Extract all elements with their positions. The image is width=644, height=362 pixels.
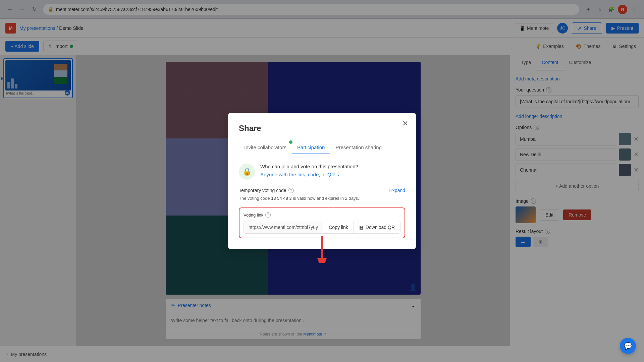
red-arrow — [312, 236, 332, 263]
lock-question: Who can join and vote on this presentati… — [260, 164, 358, 169]
modal-tab-participation[interactable]: Participation — [292, 141, 330, 154]
voting-code-row: Temporary voting code ? Expand — [239, 188, 405, 193]
app-container: M My presentations / Demo Slide 📱 Mentim… — [0, 19, 644, 362]
chat-button[interactable]: 💬 — [620, 338, 636, 354]
voting-code-info-icon: ? — [288, 188, 294, 193]
share-modal: ✕ Share Invite collaborators Participati… — [228, 113, 416, 249]
chevron-down-icon: ⌄ — [336, 171, 341, 177]
green-dot-badge — [289, 140, 292, 144]
lock-link[interactable]: Anyone with the link, code, or QR ⌄ — [260, 171, 358, 177]
voting-link-url-input[interactable] — [244, 221, 323, 233]
modal-title: Share — [239, 124, 405, 133]
qr-icon: ▦ — [359, 225, 364, 230]
voting-code-label: Temporary voting code ? — [239, 188, 294, 193]
modal-tab-invite[interactable]: Invite collaborators — [239, 141, 292, 154]
modal-overlay[interactable]: ✕ Share Invite collaborators Participati… — [0, 0, 644, 362]
lock-text: Who can join and vote on this presentati… — [260, 164, 358, 177]
download-qr-button[interactable]: ▦ Download QR — [354, 221, 400, 233]
voting-code-desc: The voting code 13 54 48 3 is valid now … — [239, 196, 405, 201]
voting-code-value: 13 54 48 3 — [271, 196, 291, 201]
lock-symbol: 🔒 — [243, 167, 252, 176]
expand-button[interactable]: Expand — [389, 188, 405, 193]
copy-link-button[interactable]: Copy link — [323, 221, 354, 233]
voting-link-label: Voting link ? — [244, 212, 400, 218]
modal-tab-presentation-sharing[interactable]: Presentation sharing — [330, 141, 387, 154]
lock-icon-circle: 🔒 — [239, 164, 255, 180]
chat-icon: 💬 — [624, 342, 632, 350]
lock-section: 🔒 Who can join and vote on this presenta… — [239, 164, 405, 180]
download-qr-label: Download QR — [366, 225, 395, 230]
voting-link-section: Voting link ? Copy link ▦ Download QR — [239, 207, 405, 238]
voting-link-row: Copy link ▦ Download QR — [244, 221, 400, 234]
voting-link-info-icon: ? — [265, 212, 271, 218]
modal-tabs: Invite collaborators Participation Prese… — [239, 141, 405, 154]
modal-close-button[interactable]: ✕ — [400, 118, 411, 129]
